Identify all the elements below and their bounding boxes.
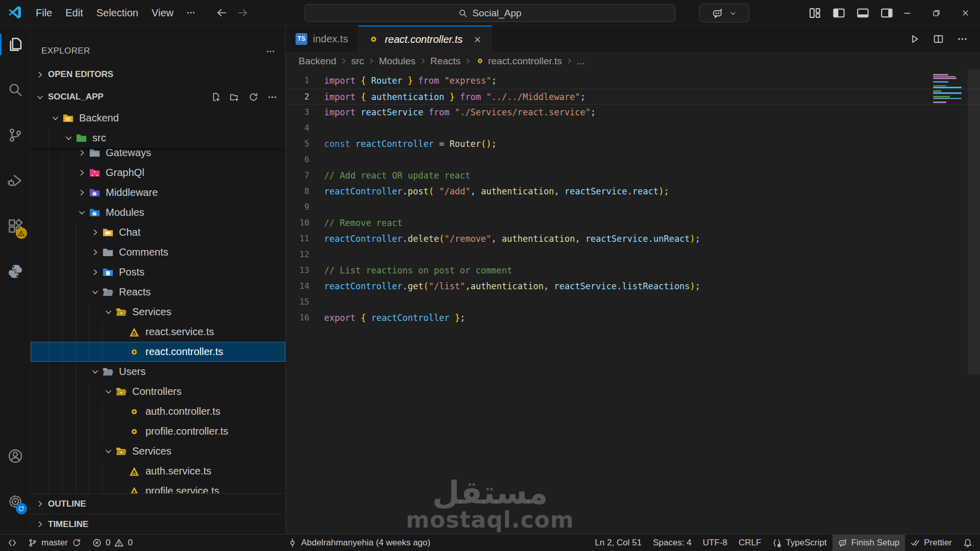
breadcrumb[interactable]: BackendsrcModulesReactsreact.controller.… [286,53,980,69]
code-text: reactController.get("/list",authenticati… [309,279,700,294]
code-text: // Add react OR update react [309,168,471,184]
code-line-16: 16export { reactController }; [286,310,980,326]
tree-item-Modules[interactable]: Modules [31,203,285,222]
tab-index-ts[interactable]: TSindex.ts [286,26,358,52]
maximize-restore-button[interactable] [922,0,951,26]
chevron-down-icon [102,308,114,316]
explorer-more-actions-button[interactable] [266,47,275,56]
minimize-button[interactable] [893,0,922,26]
breadcrumb-item[interactable]: react.controller.ts [475,56,562,67]
menu-overflow-button[interactable] [180,8,202,17]
breadcrumb-item[interactable]: Reacts [430,56,460,67]
tree-item-Controllers[interactable]: Controllers [31,382,285,402]
breadcrumb-item[interactable]: src [351,56,364,67]
editor-more-actions-button[interactable] [957,34,968,44]
tree-item-Backend[interactable]: Backend [31,108,285,128]
tree-item-auth-controller-ts[interactable]: auth.controller.ts [31,402,285,421]
activitybar-item-run-debug[interactable] [0,168,31,193]
menu-edit[interactable]: Edit [59,4,89,21]
status-eol[interactable]: CRLF [733,535,767,551]
tree-item-profile-service-ts[interactable]: profile.service.ts [31,481,285,493]
code-editor[interactable]: 1import { Router } from "express";2impor… [286,69,980,534]
activitybar-item-explorer[interactable] [0,32,31,57]
activitybar-item-search[interactable] [0,77,31,103]
nav-back-button[interactable] [216,7,227,18]
menu-selection[interactable]: Selection [90,4,145,21]
tree-item-label: GraphQl [106,167,144,179]
status-remote-indicator[interactable] [2,535,22,551]
breadcrumb-item[interactable]: ... [577,56,585,67]
indent-guide [62,362,76,382]
status-problems[interactable]: 00 [87,535,138,551]
new-folder-button[interactable] [230,92,239,102]
indent-guide [62,163,76,183]
status-git-branch[interactable]: master [22,535,87,551]
tree-item-auth-service-ts[interactable]: auth.service.ts [31,461,285,481]
status-notifications[interactable] [958,535,978,551]
tab-react-controller-ts[interactable]: react.controller.ts [358,26,492,52]
refresh-explorer-button[interactable] [249,92,258,102]
command-center-search[interactable]: Social_App [305,4,675,22]
code-text [309,199,324,215]
activitybar-item-settings[interactable] [0,489,31,514]
tree-item-Middleware[interactable]: Middleware [31,183,285,203]
toggle-primary-sidebar-icon[interactable] [832,7,845,19]
tree-item-react-service-ts[interactable]: react.service.ts [31,322,285,342]
code-line-9: 9 [286,199,980,215]
tree-item-Services[interactable]: Services [31,441,285,461]
menu-view[interactable]: View [145,4,180,21]
tree-item-src[interactable]: src [31,128,285,148]
indent-guide [89,322,102,342]
close-window-button[interactable] [951,0,980,26]
activitybar-item-accounts[interactable] [0,443,31,469]
tree-item-Chat[interactable]: Chat [31,222,285,242]
split-editor-button[interactable] [933,34,944,44]
tree-item-GraphQl[interactable]: GraphQl [31,163,285,183]
tree-item-Users[interactable]: Users [31,362,285,382]
folder-icon [88,147,101,159]
copilot-button[interactable] [699,4,749,22]
gear-file-icon [368,34,379,45]
toggle-secondary-sidebar-icon[interactable] [880,7,893,19]
status-indentation[interactable]: Spaces: 4 [647,535,697,551]
error-icon [92,538,102,547]
activitybar-item-source-control[interactable] [0,122,31,148]
status-git-blame[interactable]: Abdelrahmanyehia (4 weeks ago) [282,535,436,551]
activitybar-item-extensions[interactable] [0,213,31,239]
project-root-section[interactable]: SOCIAL_APP [31,86,285,108]
outline-section[interactable]: OUTLINE [31,493,285,514]
editor-scrollbar[interactable] [968,69,980,374]
status-cursor-position[interactable]: Ln 2, Col 51 [590,535,648,551]
more-actions-button[interactable] [267,92,277,102]
tree-item-profile-controller-ts[interactable]: profile.controller.ts [31,421,285,441]
toggle-panel-icon[interactable] [856,7,869,19]
status-prettier[interactable]: Prettier [905,535,958,551]
tree-item-Comments[interactable]: Comments [31,242,285,262]
status-language-mode[interactable]: TypeScript [767,535,832,551]
minimap[interactable] [933,74,962,104]
close-tab-icon[interactable] [473,35,482,44]
breadcrumb-item[interactable]: Modules [379,56,415,67]
breadcrumb-item[interactable]: Backend [299,56,336,67]
timeline-section[interactable]: TIMELINE [31,514,285,534]
customize-layout-icon[interactable] [808,7,821,19]
gear-file-icon [475,56,485,66]
activitybar-item-python[interactable] [0,259,31,284]
timeline-label: TIMELINE [48,519,88,530]
tree-item-Reacts[interactable]: Reacts [31,282,285,302]
tree-item-react-controller-ts[interactable]: react.controller.ts [31,342,285,362]
tree-item-Posts[interactable]: Posts [31,262,285,282]
menu-file[interactable]: File [29,4,59,21]
service-file-icon [128,485,141,494]
open-editors-section[interactable]: OPEN EDITORS [31,63,285,86]
code-text [309,294,324,310]
status-encoding[interactable]: UTF-8 [697,535,733,551]
status-copilot-finish-setup[interactable]: Finish Setup [832,535,905,551]
line-number: 4 [286,120,309,136]
nav-forward-button[interactable] [237,7,249,18]
run-button[interactable] [909,34,920,44]
tree-item-Services[interactable]: Services [31,302,285,322]
code-text: const reactController = Router(); [309,136,497,152]
new-file-button[interactable] [211,92,220,102]
code-line-4: 4 [286,120,980,136]
